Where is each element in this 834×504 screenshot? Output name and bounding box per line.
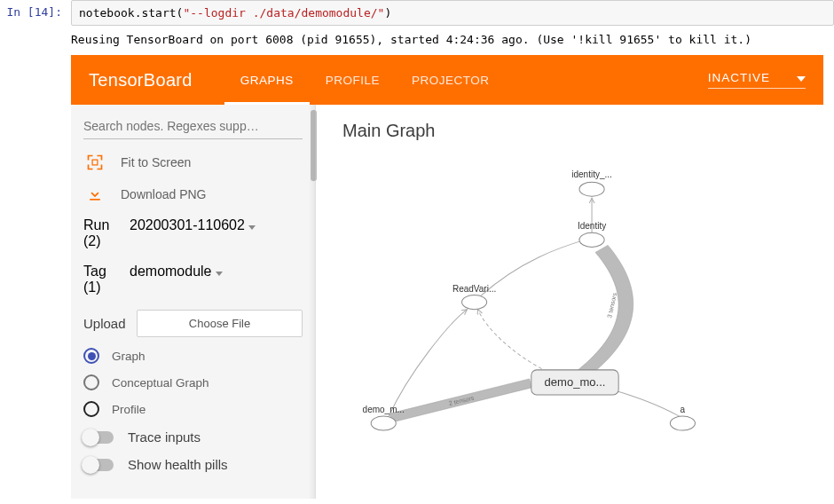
node-label: a <box>681 405 686 414</box>
fit-to-screen-button[interactable]: Fit to Screen <box>83 154 303 171</box>
radio-label: Graph <box>112 350 146 363</box>
node-identity[interactable] <box>579 232 604 247</box>
tab-profile[interactable]: PROFILE <box>310 55 396 105</box>
tag-row: Tag (1) demomodule <box>83 264 303 295</box>
node-label: identity_... <box>571 169 612 179</box>
tb-logo: TensorBoard <box>89 70 193 91</box>
inactive-dropdown[interactable]: INACTIVE <box>708 71 806 89</box>
edge-demo-to-readvar <box>478 310 547 372</box>
tag-value: demomodule <box>130 264 212 279</box>
output-row: Reusing TensorBoard on port 6008 (pid 91… <box>0 29 834 55</box>
close-paren: ) <box>384 6 391 20</box>
run-label: Run <box>83 217 130 233</box>
node-readvar[interactable] <box>462 295 487 310</box>
graph-pane[interactable]: Main Graph 2 tensors 3 tensors <box>316 105 823 499</box>
tensorboard-frame: TensorBoard GRAPHS PROFILE PROJECTOR INA… <box>71 55 823 499</box>
radio-profile[interactable]: Profile <box>83 401 303 417</box>
node-identity-trunc[interactable] <box>579 182 604 196</box>
node-label: demo_mo... <box>545 375 606 389</box>
download-png-button[interactable]: Download PNG <box>83 185 303 203</box>
chevron-down-icon <box>216 272 223 276</box>
upload-label: Upload <box>83 316 137 331</box>
tb-header: TensorBoard GRAPHS PROFILE PROJECTOR INA… <box>71 55 823 105</box>
svg-rect-1 <box>90 199 100 201</box>
tb-tabs: GRAPHS PROFILE PROJECTOR <box>224 55 506 105</box>
input-prompt: In [14]: <box>0 0 71 26</box>
run-value: 20200301-110602 <box>130 217 245 232</box>
toggle-trace-inputs[interactable]: Trace inputs <box>83 429 303 445</box>
code-object: notebook <box>79 6 135 20</box>
choose-file-button[interactable]: Choose File <box>137 310 303 337</box>
run-count: (2) <box>83 233 130 249</box>
sidebar: Fit to Screen Download PNG Run (2) 20200… <box>71 105 316 499</box>
chevron-down-icon <box>248 225 256 230</box>
run-row: Run (2) 20200301-110602 <box>83 217 303 249</box>
tag-select[interactable]: demomodule <box>130 264 303 280</box>
code-method: .start <box>135 6 177 20</box>
edge-demo-to-identity <box>576 245 633 381</box>
fit-label: Fit to Screen <box>121 155 191 169</box>
graph-canvas[interactable]: 2 tensors 3 tensors identity_... Identit… <box>325 149 823 487</box>
radio-icon <box>83 348 99 364</box>
radio-conceptual-graph[interactable]: Conceptual Graph <box>83 374 303 390</box>
toggle-switch <box>83 459 114 471</box>
download-label: Download PNG <box>121 187 207 201</box>
tag-label: Tag <box>83 264 130 280</box>
svg-rect-0 <box>92 160 98 165</box>
notebook-cell: In [14]: notebook.start("--logdir ./data… <box>0 0 834 26</box>
edge-a-to-demo <box>611 390 679 416</box>
toggle-health-pills[interactable]: Show health pills <box>83 457 303 472</box>
code-string-arg: "--logdir ./data/demomodule/" <box>183 6 384 20</box>
run-select[interactable]: 20200301-110602 <box>130 217 303 233</box>
inactive-label: INACTIVE <box>708 71 770 84</box>
node-label: demo_m... <box>363 405 405 414</box>
tab-projector[interactable]: PROJECTOR <box>396 55 506 105</box>
node-demo-m[interactable] <box>371 416 396 430</box>
toggle-label: Show health pills <box>128 457 228 472</box>
radio-label: Profile <box>112 403 146 416</box>
download-icon <box>83 185 106 203</box>
tag-count: (1) <box>83 280 130 295</box>
code-input[interactable]: notebook.start("--logdir ./data/demomodu… <box>71 0 834 26</box>
radio-icon <box>83 374 99 390</box>
edge-label-3tensors: 3 tensors <box>606 292 618 319</box>
fit-screen-icon <box>83 154 106 171</box>
chevron-down-icon <box>797 71 806 84</box>
graph-title: Main Graph <box>342 121 823 141</box>
tab-graphs[interactable]: GRAPHS <box>224 55 310 105</box>
toggle-switch <box>83 431 114 444</box>
cell-output: Reusing TensorBoard on port 6008 (pid 91… <box>71 29 751 55</box>
upload-row: Upload Choose File <box>83 310 303 337</box>
radio-label: Conceptual Graph <box>112 376 209 390</box>
node-label: Identity <box>578 221 606 231</box>
toggle-label: Trace inputs <box>128 429 201 445</box>
radio-icon <box>83 401 99 417</box>
node-label: ReadVari... <box>452 284 496 294</box>
search-input[interactable] <box>83 114 303 139</box>
radio-graph[interactable]: Graph <box>83 348 303 364</box>
node-a[interactable] <box>670 416 695 430</box>
